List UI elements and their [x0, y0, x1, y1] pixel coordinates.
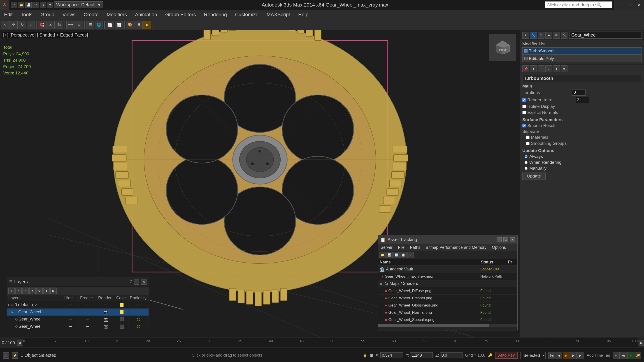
layer-color-swatch-gear1[interactable] — [120, 310, 124, 314]
timeline-right-arrow[interactable]: ▶ — [638, 340, 644, 346]
prev-frame-btn[interactable]: ◀ — [556, 352, 562, 359]
asset-row-normal[interactable]: ■ Gear_Wheel_Normal.png Found — [378, 309, 517, 316]
menu-animation[interactable]: Animation — [131, 10, 161, 19]
asset-minimize-button[interactable]: ─ — [496, 237, 502, 242]
open-button[interactable]: 📂 — [18, 2, 24, 8]
explicit-normals-checkbox[interactable] — [522, 111, 526, 114]
layers-collapse-btn[interactable]: ▶ — [50, 288, 57, 294]
layer-color-gear2[interactable] — [115, 316, 128, 323]
isoline-checkbox[interactable] — [522, 105, 526, 108]
iterations-input[interactable] — [572, 89, 586, 96]
turbosmooth-checkbox[interactable] — [524, 49, 528, 52]
play-btn[interactable]: ▶ — [563, 352, 570, 359]
asset-row-diffuse[interactable]: ■ Gear_Wheel_Diffuse.png Found — [378, 287, 517, 295]
asset-row-max[interactable]: ■ Gear_Wheel_max_vray.max Network Path — [378, 273, 517, 280]
snap-btn[interactable]: 🧲 — [38, 21, 46, 29]
search-box[interactable]: 🔍 — [545, 1, 612, 8]
delete-modifier-icon[interactable]: 🗑 — [561, 65, 568, 72]
asset-menu-file[interactable]: File — [395, 244, 407, 251]
layers-select-btn[interactable]: ↖ — [22, 288, 29, 294]
layer-color-swatch-gear2[interactable] — [120, 317, 124, 321]
update-manually-radio[interactable] — [524, 167, 528, 170]
asset-restore-button[interactable]: □ — [503, 237, 508, 242]
move-btn[interactable]: ✛ — [10, 21, 18, 29]
curve-editor-btn[interactable]: 📈 — [106, 21, 114, 29]
angle-snap-btn[interactable]: ∠ — [46, 21, 55, 29]
coord-lock-icon[interactable]: 🔒 — [363, 353, 367, 358]
maximize-button[interactable]: □ — [624, 0, 634, 10]
workspace-dropdown[interactable]: Workspace: Default ▼ — [54, 1, 104, 8]
layer-color-swatch-gear3[interactable] — [120, 325, 124, 329]
asset-row-specular[interactable]: ■ Gear_Wheel_Specular.png Found — [378, 316, 517, 324]
display-panel-btn[interactable]: 👁 — [553, 32, 560, 38]
asset-menu-paths[interactable]: Paths — [407, 244, 423, 251]
layer-row-default[interactable]: ▶ ☰ 0 (default) ✓ ─ ─ ─ ─ — [7, 301, 149, 309]
layers-minimize-button[interactable]: ─ — [134, 279, 139, 285]
asset-row-maps[interactable]: ▶ 🗂 Maps / Shaders — [378, 280, 517, 287]
asset-tb-btn3[interactable]: 🔄 — [393, 252, 400, 258]
grid-snap-icon[interactable]: ⊞ — [370, 353, 373, 358]
motion-panel-btn[interactable]: ▶ — [545, 32, 552, 38]
layer-color-gear1[interactable] — [115, 309, 128, 316]
search-input[interactable] — [547, 2, 596, 7]
selected-dropdown[interactable]: Selected — [520, 352, 546, 359]
hierarchy-panel-btn[interactable]: ⬡ — [538, 32, 544, 38]
menu-group[interactable]: Group — [36, 10, 58, 19]
layer-row-gear2[interactable]: ⬡ Gear_Wheel ─ ─ 📷 ⬡ — [7, 316, 149, 323]
render-btn[interactable]: ▶ — [143, 21, 151, 29]
auto-key-button[interactable]: Auto Key — [495, 352, 518, 359]
create-panel-btn[interactable]: ✦ — [522, 32, 529, 38]
layers-highlight-btn[interactable]: ☀ — [29, 288, 36, 294]
menu-create[interactable]: Create — [80, 10, 103, 19]
smooth-result-checkbox[interactable] — [522, 124, 526, 127]
menu-modifiers[interactable]: Modifiers — [103, 10, 131, 19]
layer-mgr-btn[interactable]: ☰ — [86, 21, 94, 29]
asset-tb-help[interactable]: ? — [407, 252, 414, 258]
asset-scrollbar[interactable] — [378, 324, 517, 327]
asset-close-button[interactable]: ✕ — [510, 237, 515, 242]
asset-tb-btn4[interactable]: 📋 — [400, 252, 406, 258]
asset-menu-options[interactable]: Options — [489, 244, 508, 251]
key-next-btn[interactable]: ⏭ — [620, 352, 627, 359]
menu-graph-editors[interactable]: Graph Editors — [161, 10, 200, 19]
x-input[interactable] — [380, 352, 403, 359]
statusbar-icon2[interactable]: ⚡ — [12, 352, 18, 359]
key-add-btn[interactable]: + — [627, 352, 634, 359]
autokey-lock-icon[interactable]: 🔑 — [488, 353, 492, 358]
render-iters-input[interactable] — [576, 97, 589, 103]
menu-edit[interactable]: Edit — [0, 10, 17, 19]
asset-menu-server[interactable]: Server — [378, 244, 395, 251]
layer-color-swatch-default[interactable] — [120, 303, 124, 307]
add-time-tag-btn[interactable]: Add Time Tag — [587, 353, 610, 358]
layer-color-gear3[interactable] — [115, 323, 128, 330]
layers-settings-btn[interactable]: ⚙ — [36, 288, 43, 294]
update-when-rendering-radio[interactable] — [524, 161, 528, 164]
rotate-btn[interactable]: ↻ — [18, 21, 26, 29]
materials-checkbox[interactable] — [526, 136, 530, 139]
render-iters-checkbox[interactable] — [522, 98, 526, 102]
editablepoly-modifier[interactable]: Editable Poly — [522, 55, 642, 62]
utilities-panel-btn[interactable]: 🔨 — [561, 32, 568, 38]
move-down-icon[interactable]: ↓ — [545, 65, 552, 72]
next-frame-btn[interactable]: ▶ — [570, 352, 577, 359]
render-setup-btn[interactable]: 🖥 — [134, 21, 143, 29]
asset-tb-btn1[interactable]: 📁 — [379, 252, 386, 258]
y-input[interactable] — [410, 352, 433, 359]
close-button[interactable]: ✕ — [634, 0, 644, 10]
new-button[interactable]: 🗋 — [11, 2, 17, 8]
layers-expand-btn[interactable]: ▼ — [43, 288, 50, 294]
go-end-btn[interactable]: ▶| — [577, 352, 584, 359]
timeline-left-arrow[interactable]: ◀ — [17, 340, 22, 346]
asset-row-glossiness[interactable]: ■ Gear_Wheel_Glossiness.png Found — [378, 302, 517, 309]
material-editor-btn[interactable]: 🎨 — [126, 21, 134, 29]
select-btn[interactable]: ↖ — [1, 21, 9, 29]
redo-button[interactable]: ↪ — [40, 2, 46, 8]
menu-rendering[interactable]: Rendering — [200, 10, 231, 19]
move-to-top-icon[interactable]: ⬆ — [530, 65, 537, 72]
key-prev-btn[interactable]: ⏮ — [613, 352, 620, 359]
percent-snap-btn[interactable]: % — [55, 21, 63, 29]
go-start-btn[interactable]: |◀ — [548, 352, 555, 359]
asset-row-fresnel[interactable]: ■ Gear_Wheel_Fresnel.png Found — [378, 295, 517, 302]
layers-delete-btn[interactable]: ✕ — [15, 288, 22, 294]
layer-row-gear3[interactable]: ⬡ Gear_Wheel ─ ─ 📷 ⬡ — [7, 323, 149, 330]
